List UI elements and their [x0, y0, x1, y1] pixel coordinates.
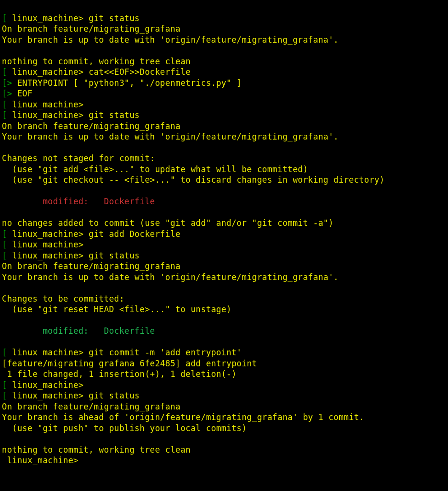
output-on-branch-3: On branch feature/migrating_grafana [2, 261, 181, 271]
prompt-bracket: [ [2, 251, 7, 260]
output-commit-2: 1 file changed, 1 insertion(+), 1 deleti… [2, 369, 237, 379]
heredoc-line-2 [12, 89, 17, 98]
prompt-empty: linux_machine> [7, 240, 84, 249]
output-hint-reset: (use "git reset HEAD <file>..." to unsta… [2, 304, 231, 314]
prompt: linux_machine> [7, 13, 89, 23]
prompt-final: linux_machine> [2, 456, 79, 465]
prompt-bracket: [ [2, 380, 7, 390]
cmd-git-status-4: git status [89, 391, 139, 400]
output-on-branch-4: On branch feature/migrating_grafana [2, 402, 181, 411]
cmd-git-status-3: git status [89, 251, 139, 260]
prompt: linux_machine> [7, 229, 89, 239]
prompt-empty: linux_machine> [7, 100, 84, 109]
prompt-bracket: [ [2, 110, 7, 120]
cmd-git-status-1: git status [89, 13, 139, 23]
output-uptodate-3: Your branch is up to date with 'origin/f… [2, 272, 339, 282]
prompt: linux_machine> [7, 110, 89, 120]
output-commit-1: [feature/migrating_grafana 6fe2485] add … [2, 359, 257, 368]
heredoc-line-1 [12, 78, 17, 88]
output-uptodate-2: Your branch is up to date with 'origin/f… [2, 132, 339, 141]
output-hint-checkout: (use "git checkout -- <file>..." to disc… [2, 175, 385, 185]
prompt: linux_machine> [7, 348, 89, 357]
output-no-changes-added: no changes added to commit (use "git add… [2, 218, 333, 228]
output-on-branch-1: On branch feature/migrating_grafana [2, 24, 181, 34]
output-ahead: Your branch is ahead of 'origin/feature/… [2, 412, 364, 422]
output-hint-push: (use "git push" to publish your local co… [2, 423, 247, 433]
prompt-bracket: [ [2, 348, 7, 357]
prompt-empty: linux_machine> [7, 380, 84, 390]
output-nothing-2: nothing to commit, working tree clean [2, 445, 191, 455]
output-on-branch-2: On branch feature/migrating_grafana [2, 121, 181, 131]
prompt-bracket: [ [2, 13, 7, 23]
prompt-bracket: [ [2, 240, 7, 249]
prompt: linux_machine> [7, 391, 89, 400]
output-nothing-1: nothing to commit, working tree clean [2, 57, 191, 66]
cmd-git-commit: git commit -m 'add entrypoint' [89, 348, 241, 357]
cmd-git-status-2: git status [89, 110, 139, 120]
heredoc-prompt: [> [2, 89, 12, 98]
prompt-bracket: [ [2, 100, 7, 109]
cmd-git-add: git add Dockerfile [89, 229, 181, 239]
heredoc-prompt: [> [2, 78, 12, 88]
prompt-bracket: [ [2, 67, 7, 77]
cmd-cat-heredoc: cat<<EOF>>Dockerfile [89, 67, 191, 77]
prompt: linux_machine> [7, 251, 89, 260]
output-modified-unstaged: modified: Dockerfile [2, 197, 155, 206]
output-hint-add: (use "git add <file>..." to update what … [2, 164, 308, 174]
output-modified-staged: modified: Dockerfile [2, 326, 155, 336]
prompt-bracket: [ [2, 229, 7, 239]
terminal[interactable]: [ linux_machine> git status On branch fe… [0, 0, 448, 468]
prompt-bracket: [ [2, 391, 7, 400]
output-uptodate-1: Your branch is up to date with 'origin/f… [2, 35, 339, 45]
output-to-commit-hdr: Changes to be committed: [2, 294, 125, 304]
prompt: linux_machine> [7, 67, 89, 77]
output-not-staged-hdr: Changes not staged for commit: [2, 153, 155, 163]
